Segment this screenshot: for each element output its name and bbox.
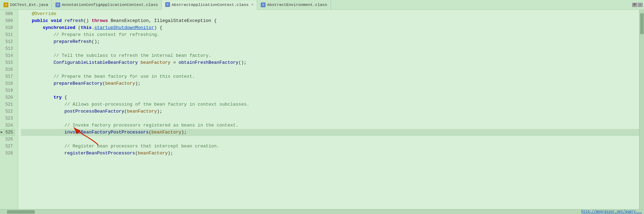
ln-512: 512 (0, 38, 15, 45)
code-line-517: // Prepare the bean factory for use in t… (21, 73, 639, 80)
annotation-override: @Override (32, 10, 56, 17)
tab-annotation-config[interactable]: C AnnotationConfigApplicationContext.cla… (52, 0, 162, 9)
code-line-526 (21, 136, 639, 143)
ln-524: 524 (0, 122, 15, 129)
code-line-512: prepareRefresh(); (21, 38, 639, 45)
ln-514: 514 (0, 52, 15, 59)
window-controls: 🗗 ✕ (632, 3, 644, 7)
code-line-509: public void refresh() throws BeansExcept… (21, 17, 639, 24)
code-line-513 (21, 45, 639, 52)
tab-close-button[interactable]: ✕ (251, 2, 253, 7)
ln-518: 518 (0, 80, 15, 87)
code-line-523 (21, 115, 639, 122)
status-url[interactable]: http://mogressor.net/query... (581, 210, 644, 214)
code-line-522: postProcessBeanFactory(beanFactory); (21, 108, 639, 115)
ln-520: 520 (0, 94, 15, 101)
horizontal-scrollbar-container: http://mogressor.net/query... (0, 209, 644, 214)
ln-526: 526 (0, 136, 15, 143)
close-button[interactable]: ✕ (638, 3, 643, 7)
ln-528: 528 (0, 150, 15, 157)
code-line-508: @Override (21, 10, 639, 17)
tab-bar: J IOCTest_Ext.java C AnnotationConfigApp… (0, 0, 644, 10)
tab-annotation-label: AnnotationConfigApplicationContext.class (62, 2, 158, 7)
code-line-519 (21, 87, 639, 94)
tab-abstract-app-label: AbstractApplicationContext.class (171, 2, 248, 7)
ln-525: ▶ 525 (0, 129, 15, 136)
code-line-520: try { (21, 94, 639, 101)
class-icon-2: C (55, 2, 60, 7)
ln-515: 515 (0, 59, 15, 66)
vertical-scrollbar[interactable] (639, 10, 644, 209)
code-content[interactable]: @Override public void refresh() throws B… (18, 10, 639, 209)
code-line-510: synchronized (this.startupShutdownMonito… (21, 24, 639, 31)
tab-abstract-env-label: AbstractEnvironment.class (267, 2, 327, 7)
code-line-521: // Allows post-processing of the bean fa… (21, 101, 639, 108)
debug-indicator: ▶ (0, 129, 3, 136)
java-icon: J (3, 2, 8, 7)
editor-container: J IOCTest_Ext.java C AnnotationConfigApp… (0, 0, 644, 214)
ln-511: 511 (0, 31, 15, 38)
main-area: 508 509 510 511 512 513 514 515 516 517 … (0, 10, 644, 209)
code-line-518: prepareBeanFactory(beanFactory); (21, 80, 639, 87)
scrollbar-thumb-h[interactable] (7, 210, 35, 214)
code-line-524: // Invoke factory processors registered … (21, 122, 639, 129)
code-line-511: // Prepare this context for refreshing. (21, 31, 639, 38)
ln-509: 509 (0, 17, 15, 24)
ln-508: 508 (0, 10, 15, 17)
ln-510: 510 (0, 24, 15, 31)
tab-ioctest[interactable]: J IOCTest_Ext.java (0, 0, 52, 9)
ln-517: 517 (0, 73, 15, 80)
ln-519: 519 (0, 87, 15, 94)
ln-513: 513 (0, 45, 15, 52)
restore-button[interactable]: 🗗 (632, 3, 637, 7)
code-line-516 (21, 66, 639, 73)
ln-523: 523 (0, 115, 15, 122)
throws-keyword: throws (92, 17, 108, 24)
ln-516: 516 (0, 66, 15, 73)
code-line-514: // Tell the subclass to refresh the inte… (21, 52, 639, 59)
ln-522: 522 (0, 108, 15, 115)
tab-abstract-env[interactable]: C AbstractEnvironment.class (257, 0, 331, 9)
class-icon-3: C (165, 2, 170, 7)
code-line-525: invokeBeanFactoryPostProcessors(beanFact… (21, 129, 639, 136)
code-line-515: ConfigurableListableBeanFactory beanFact… (21, 59, 639, 66)
line-numbers: 508 509 510 511 512 513 514 515 516 517 … (0, 10, 18, 209)
tab-abstract-app[interactable]: C AbstractApplicationContext.class ✕ (162, 0, 257, 10)
ln-527: 527 (0, 143, 15, 150)
horizontal-scrollbar[interactable] (0, 209, 581, 214)
ln-521: 521 (0, 101, 15, 108)
code-line-528: registerBeanPostProcessors(beanFactory); (21, 150, 639, 157)
code-line-527: // Register bean processors that interce… (21, 143, 639, 150)
scrollbar-thumb-v[interactable] (640, 13, 644, 34)
class-icon-4: C (261, 2, 266, 7)
tab-ioctest-label: IOCTest_Ext.java (10, 2, 48, 7)
